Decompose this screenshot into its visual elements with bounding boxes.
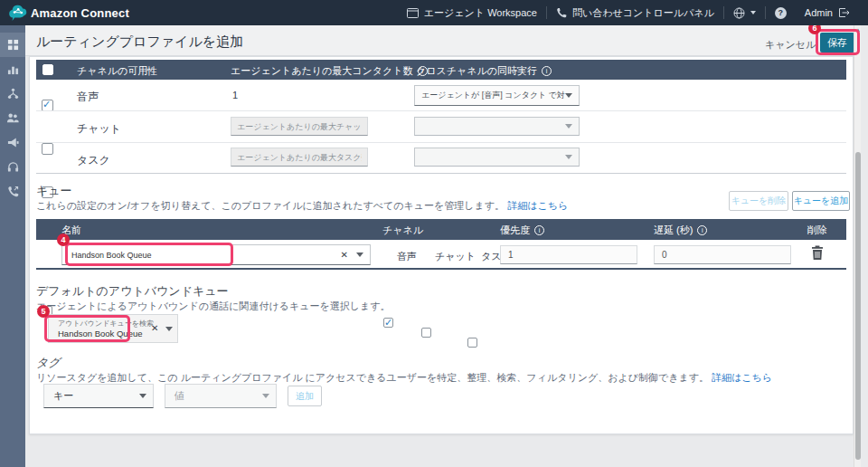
users-icon <box>6 112 19 124</box>
tags-section-title: タグ <box>36 355 61 371</box>
add-queue-button[interactable]: キューを追加 <box>792 191 850 211</box>
chat-max-contacts-input[interactable] <box>231 117 368 136</box>
annotation-badge-5: 5 <box>37 305 50 318</box>
nav-contact-control-panel[interactable]: 問い合わせコントロールパネル <box>547 0 723 25</box>
clear-icon[interactable]: ✕ <box>151 323 158 333</box>
tag-value-label: 値 <box>165 389 262 403</box>
globe-icon <box>733 7 745 19</box>
sidebar-item-users[interactable] <box>0 106 25 130</box>
info-icon: i <box>534 225 544 235</box>
queue-header-channel: チャネル <box>382 224 423 237</box>
remove-queue-button[interactable]: キューを削除 <box>729 191 788 211</box>
queue-name-value: Handson Book Queue <box>62 251 341 260</box>
scroll-up-arrow-icon[interactable]: ▲ <box>854 27 862 33</box>
queue-task-checkbox[interactable] <box>467 338 477 348</box>
sidebar-item-agent[interactable] <box>0 155 25 179</box>
headset-icon <box>7 161 19 173</box>
caret-down-icon <box>356 253 363 257</box>
nav-agent-workspace[interactable]: エージェント Workspace <box>398 0 546 25</box>
channels-header-cross-channel: クロスチャネルの同時実行 <box>416 64 537 78</box>
nav-user-label: Admin <box>805 7 833 18</box>
sign-out-icon <box>838 7 850 18</box>
queue-header-delay: 遅延 (秒) <box>654 224 693 237</box>
tag-key-label: キー <box>44 389 139 403</box>
nav-language-selector[interactable] <box>724 0 765 25</box>
voice-max-contacts-value: 1 <box>232 90 238 100</box>
caret-down-icon <box>750 11 756 14</box>
tag-key-select[interactable]: キー <box>43 384 154 408</box>
outbound-queue-value: Handson Book Queue <box>58 329 142 338</box>
sidebar-item-announcements[interactable] <box>0 130 25 155</box>
sidebar-item-metrics[interactable] <box>0 57 25 81</box>
queue-chat-label: チャット <box>435 250 476 263</box>
caret-down-icon <box>165 327 173 331</box>
outbound-queue-combobox[interactable]: アウトバウンドキューを検索 Handson Book Queue ✕ <box>48 314 178 343</box>
scrollbar-thumb[interactable] <box>855 152 861 460</box>
routing-icon <box>7 88 19 100</box>
phone-icon <box>556 7 567 18</box>
tags-details-link[interactable]: 詳細はこちら <box>712 372 772 383</box>
info-icon: i <box>697 225 707 235</box>
sidebar-item-routing[interactable] <box>0 81 25 106</box>
caret-down-icon <box>565 124 572 129</box>
annotation-badge-4: 4 <box>57 234 70 246</box>
channels-header-max-contacts: エージェントあたりの最大コンタクト数 <box>231 64 413 78</box>
nav-help[interactable]: ? <box>766 0 796 25</box>
workspace-icon <box>407 8 419 18</box>
sidebar-item-outbound-calls[interactable] <box>0 179 25 204</box>
channels-select-all-checkbox[interactable] <box>42 64 53 75</box>
tag-value-select[interactable]: 値 <box>165 384 277 408</box>
task-max-contacts-input[interactable] <box>231 148 368 167</box>
outbound-section-title: デフォルトのアウトバウンドキュー <box>36 283 229 300</box>
queue-section-description: これらの設定のオン/オフを切り替えて、このプロファイルに追加されたすべてのキュー… <box>36 199 568 213</box>
channels-header-availability: チャネルの可用性 <box>77 64 157 78</box>
chat-channel-label: チャット <box>77 121 121 137</box>
task-concurrency-dropdown[interactable] <box>414 148 580 167</box>
tag-add-button[interactable]: 追加 <box>288 386 322 406</box>
nav-agent-workspace-label: エージェント Workspace <box>424 6 537 20</box>
queue-chat-checkbox[interactable] <box>421 328 431 338</box>
outbound-section-description: エージェントによるアウトバウンドの通話に関連付けるキューを選択します。 <box>36 300 390 313</box>
queue-name-combobox[interactable]: Handson Book Queue ✕ <box>61 244 371 265</box>
dashboard-icon <box>7 39 19 51</box>
caret-down-icon <box>565 93 572 98</box>
brand-title: Amazon Connect <box>31 6 129 20</box>
sidebar-item-dashboard[interactable] <box>0 33 25 57</box>
tags-section-description: リソースタグを追加して、この ルーティングプロファイル にアクセスできるユーザー… <box>36 371 772 385</box>
save-button[interactable]: 保存 <box>820 33 854 52</box>
sidebar <box>0 25 25 467</box>
screen: Amazon Connect エージェント Workspace 問い合わせコント… <box>0 0 868 467</box>
voice-concurrency-value: エージェントが [音声] コンタクト で対応している間は <box>415 90 565 101</box>
queue-header-priority: 優先度 <box>500 224 530 237</box>
queue-delay-input[interactable] <box>654 245 791 264</box>
info-icon: i <box>542 66 552 76</box>
queue-select-all-checkbox[interactable] <box>42 271 53 281</box>
nav-user-menu[interactable]: Admin <box>796 0 859 25</box>
queue-voice-label: 音声 <box>397 250 417 263</box>
chat-concurrency-dropdown[interactable] <box>414 117 580 136</box>
queue-priority-input[interactable] <box>500 245 637 264</box>
queue-section-title: キュー <box>36 183 72 199</box>
queue-voice-checkbox[interactable] <box>383 318 393 328</box>
cancel-button[interactable]: キャンセル <box>765 38 816 52</box>
voice-channel-label: 音声 <box>77 90 99 105</box>
voice-concurrency-dropdown[interactable]: エージェントが [音声] コンタクト で対応している間は <box>414 85 580 106</box>
vertical-scrollbar[interactable]: ▲ <box>854 25 861 467</box>
caret-down-icon <box>565 155 572 159</box>
queue-header-delete: 削除 <box>807 224 827 237</box>
bar-chart-icon <box>7 63 19 75</box>
caret-down-icon <box>139 394 146 398</box>
queue-table-header <box>36 219 846 240</box>
queue-details-link[interactable]: 詳細はこちら <box>507 200 568 211</box>
outbound-queue-search-label: アウトバウンドキューを検索 <box>58 319 154 329</box>
megaphone-icon <box>7 137 19 148</box>
task-channel-label: タスク <box>77 153 110 168</box>
caret-down-icon <box>262 394 269 398</box>
clear-icon[interactable]: ✕ <box>341 250 348 260</box>
top-navbar: Amazon Connect エージェント Workspace 問い合わせコント… <box>0 0 868 25</box>
nav-ccp-label: 問い合わせコントロールパネル <box>572 6 714 20</box>
chat-channel-checkbox[interactable] <box>42 143 53 155</box>
help-icon: ? <box>775 7 787 19</box>
outbound-phone-icon <box>7 186 19 197</box>
delete-queue-trash-icon[interactable] <box>811 245 824 261</box>
